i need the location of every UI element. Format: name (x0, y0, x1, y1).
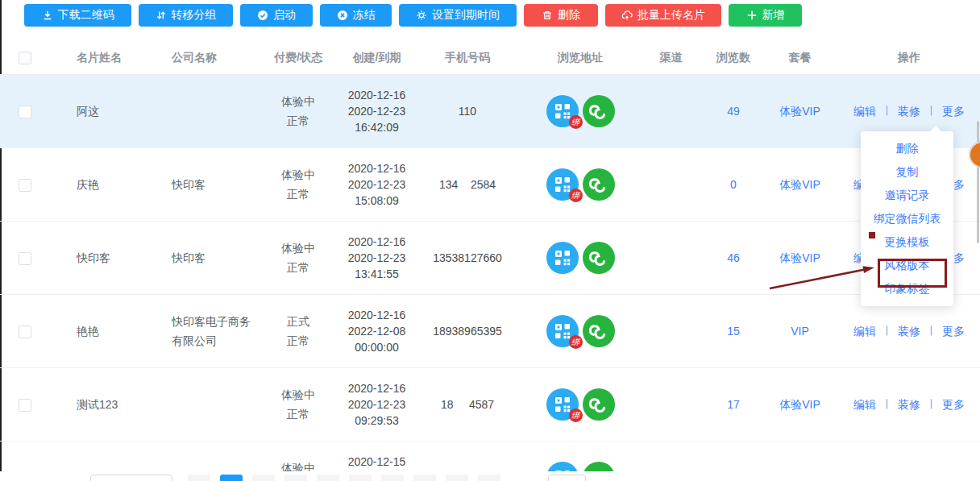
pay-status: 体验中正常 (254, 385, 343, 424)
view-count[interactable]: 15 (705, 322, 762, 340)
button-label: 下载二维码 (58, 8, 114, 23)
header-company: 公司名称 (141, 48, 254, 67)
browse-address (524, 242, 637, 274)
annotation-square (869, 232, 875, 238)
miniprogram-link-icon[interactable] (583, 315, 615, 347)
table-row: 庆艳 快印客 体验中正常 2020-12-162020-12-2315:08:0… (0, 148, 980, 222)
start-button[interactable]: 启动 (240, 4, 313, 27)
edit-link[interactable]: 编辑 (853, 396, 876, 413)
gear-icon (416, 10, 427, 21)
card-management-page: 下载二维码 转移分组 启动 冻结 设置到期时间 删除 批量上传名片 新增 (0, 0, 980, 481)
create-expire: 2020-12-162020-12-2313:41:55 (343, 234, 411, 282)
header-package: 套餐 (762, 48, 838, 66)
miniprogram-link-icon[interactable] (583, 95, 615, 127)
qr-code-icon[interactable]: 绑 (546, 168, 579, 201)
view-count[interactable]: 0 (705, 176, 762, 193)
button-label: 删除 (558, 8, 580, 23)
page-button[interactable] (188, 475, 210, 481)
phone-number: 13538127660 (411, 249, 524, 267)
decorate-link[interactable]: 装修 (898, 322, 920, 340)
package: 体验VIP (762, 102, 838, 120)
card-name: 阿这 (50, 102, 141, 120)
freeze-circle-icon (337, 10, 348, 21)
row-checkbox[interactable] (19, 179, 31, 192)
qr-code-icon[interactable] (546, 242, 579, 274)
edit-link[interactable]: 编辑 (853, 322, 876, 340)
header-pay-status: 付费/状态 (254, 48, 343, 66)
freeze-button[interactable]: 冻结 (320, 4, 392, 27)
miniprogram-link-icon[interactable] (583, 388, 615, 421)
edit-link[interactable]: 编辑 (853, 102, 876, 120)
bind-badge: 绑 (569, 335, 583, 349)
page-button[interactable] (284, 475, 307, 481)
phone-number: 110 (411, 102, 524, 120)
trash-icon (542, 10, 553, 21)
company-name: 快印客 (141, 175, 254, 194)
row-actions: 编辑丨装修丨更多 (838, 396, 980, 413)
row-checkbox[interactable] (19, 326, 31, 338)
page-button[interactable] (413, 475, 436, 481)
transfer-group-button[interactable]: 转移分组 (139, 4, 233, 27)
plus-icon (746, 10, 758, 21)
row-actions: 编辑丨装修丨更多 (838, 102, 980, 120)
table-row: 阿这 体验中正常 2020-12-162020-12-2316:42:09 11… (0, 75, 980, 148)
download-icon (42, 10, 53, 21)
page-button[interactable] (381, 475, 404, 481)
decorate-link[interactable]: 装修 (898, 396, 920, 413)
button-label: 批量上传名片 (637, 8, 705, 23)
card-name: 艳艳 (50, 322, 141, 340)
create-expire: 2020-12-162022-12-0800:00:00 (343, 307, 411, 355)
qr-code-icon[interactable]: 绑 (546, 388, 579, 421)
row-checkbox[interactable] (19, 252, 31, 265)
create-expire: 2020-12-162020-12-2316:42:09 (343, 87, 411, 135)
dropdown-item-bind-wechat-list[interactable]: 绑定微信列表 (861, 207, 953, 230)
package: 体验VIP (762, 176, 838, 193)
company-name: 快印客电子商务有限公司 (141, 312, 254, 350)
more-link[interactable]: 更多 (942, 396, 965, 413)
set-expire-time-button[interactable]: 设置到期时间 (399, 4, 517, 27)
button-label: 冻结 (353, 8, 376, 23)
more-link[interactable]: 更多 (942, 102, 965, 120)
header-create-expire: 创建/到期 (343, 48, 411, 66)
annotation-highlight-box (878, 259, 947, 288)
page-size-select[interactable] (90, 475, 172, 481)
qr-code-icon[interactable]: 绑 (546, 95, 579, 127)
table-row: 艳艳 快印客电子商务有限公司 正式正常 2020-12-162022-12-08… (0, 295, 980, 368)
select-all-checkbox[interactable] (19, 52, 31, 64)
company-name: 快印客 (141, 248, 254, 267)
row-checkbox[interactable] (19, 106, 31, 118)
decorate-link[interactable]: 装修 (898, 102, 920, 120)
miniprogram-link-icon[interactable] (583, 242, 615, 274)
package: 体验VIP (762, 396, 838, 413)
page-button-active[interactable] (220, 475, 243, 481)
dropdown-item-copy[interactable]: 复制 (861, 160, 953, 184)
batch-upload-button[interactable]: 批量上传名片 (605, 4, 721, 27)
card-name: 快印客 (50, 249, 141, 267)
page-button[interactable] (317, 475, 339, 481)
page-button[interactable] (446, 475, 468, 481)
qr-code-icon[interactable]: 绑 (546, 315, 579, 347)
pay-status: 体验中正常 (254, 92, 343, 131)
view-count[interactable]: 17 (705, 396, 762, 413)
scrollbar-thumb[interactable] (977, 121, 979, 243)
page-button[interactable] (349, 475, 372, 481)
bind-badge: 绑 (569, 115, 583, 129)
pay-status: 体验中正常 (254, 165, 343, 204)
row-checkbox[interactable] (19, 399, 31, 412)
download-qr-button[interactable]: 下载二维码 (24, 4, 131, 27)
page-next-control[interactable] (548, 475, 586, 481)
page-button[interactable] (478, 475, 500, 481)
dropdown-item-delete[interactable]: 删除 (861, 137, 953, 160)
delete-button[interactable]: 删除 (524, 4, 598, 27)
pay-status: 正式正常 (254, 312, 343, 350)
more-link[interactable]: 更多 (942, 322, 965, 340)
view-count[interactable]: 49 (705, 102, 762, 120)
header-views: 浏览数 (705, 48, 762, 66)
miniprogram-link-icon[interactable] (583, 168, 615, 201)
dropdown-item-invite-records[interactable]: 邀请记录 (861, 184, 953, 207)
add-new-button[interactable]: 新增 (729, 4, 802, 27)
page-button[interactable] (252, 475, 275, 481)
header-browse-address: 浏览地址 (524, 48, 637, 66)
annotation-arrow (750, 254, 887, 298)
browse-address: 绑 (524, 168, 637, 201)
